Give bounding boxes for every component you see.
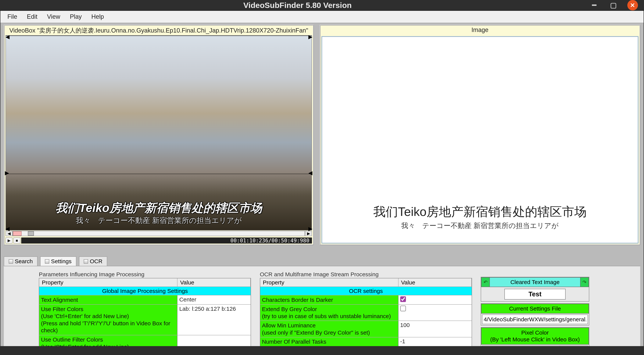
videobox-header: VideoBox "卖房子的女人的逆袭.Ieuru.Onna.no.Gyakus… bbox=[4, 25, 313, 35]
next-image-button[interactable]: ↷ bbox=[580, 277, 589, 287]
menu-edit[interactable]: Edit bbox=[22, 11, 42, 22]
tab-search-label: Search bbox=[15, 258, 33, 265]
seek-bar[interactable]: 00:01:10:236/00:50:49:980 bbox=[21, 238, 312, 244]
image-area[interactable]: 我们Teiko房地产新宿销售处的辖区市场 我々 テーコー不動産 新宿営業所の担当… bbox=[322, 36, 638, 244]
value-cell[interactable] bbox=[178, 335, 250, 346]
guide-mid[interactable] bbox=[6, 174, 312, 174]
table-row: Allow Min Luminance (used only if "Exten… bbox=[260, 321, 472, 337]
menu-help[interactable]: Help bbox=[87, 11, 108, 22]
pixel-color-label: Pixel Color (By 'Left Mouse Click' in Vi… bbox=[481, 328, 589, 345]
left-grid: Property Value Global Image Processing S… bbox=[39, 278, 251, 346]
property-cell: Use Outline Filter Colors (Use 'Ctrl+Ent… bbox=[39, 335, 178, 346]
pixel-color-line2: (By 'Left Mouse Click' in Video Box) bbox=[490, 336, 580, 343]
pixel-color-line1: Pixel Color bbox=[521, 330, 549, 336]
close-button[interactable]: ✕ bbox=[627, 0, 638, 10]
current-settings-label: Current Settings File bbox=[481, 304, 589, 314]
table-row: Use Outline Filter Colors (Use 'Ctrl+Ent… bbox=[39, 335, 250, 346]
menu-file[interactable]: File bbox=[3, 11, 22, 22]
tab-icon bbox=[9, 259, 13, 264]
tab-ocr[interactable]: OCR bbox=[79, 256, 107, 266]
tab-icon bbox=[45, 259, 49, 264]
slider-left-button[interactable]: ◀ bbox=[6, 231, 12, 236]
image-text-main: 我们Teiko房地产新宿销售处的辖区市场 bbox=[322, 204, 638, 220]
slider-right-button[interactable]: ▶ bbox=[305, 231, 312, 236]
subtitle-secondary: 我々 テーコー不動産 新宿営業所の担当エリアが bbox=[6, 215, 312, 226]
right-panel-title: OCR and Multiframe Image Stream Processi… bbox=[260, 271, 472, 278]
lab-swatch bbox=[560, 346, 588, 346]
image-panel-header: Image bbox=[320, 25, 639, 35]
slider-thumb[interactable] bbox=[28, 231, 34, 236]
pixel-color-block: Pixel Color (By 'Left Mouse Click' in Vi… bbox=[481, 327, 589, 346]
menu-view[interactable]: View bbox=[42, 11, 64, 22]
property-cell: Number Of Parallel Tasks (For Create Cle… bbox=[260, 338, 398, 346]
lab-value: Lab: l:250 a:127 b:126 bbox=[482, 346, 560, 346]
cleared-text-label: Cleared Text Image bbox=[490, 277, 580, 287]
right-param-column: OCR and Multiframe Image Stream Processi… bbox=[260, 271, 472, 346]
tab-ocr-label: OCR bbox=[90, 258, 102, 265]
maximize-button[interactable]: ▢ bbox=[608, 0, 618, 10]
video-panel: VideoBox "卖房子的女人的逆袭.Ieuru.Onna.no.Gyakus… bbox=[4, 25, 314, 245]
position-slider-row: ◀ ▶ bbox=[4, 231, 313, 237]
table-row: Extend By Grey Color (try to use in case… bbox=[260, 305, 472, 321]
property-cell: Allow Min Luminance (used only if "Exten… bbox=[260, 321, 398, 337]
settings-pane: Parameters Influencing Image Processing … bbox=[4, 266, 640, 346]
property-cell: Characters Border Is Darker bbox=[260, 295, 398, 304]
settings-file-block: Current Settings File bbox=[481, 303, 589, 326]
guide-marker-tl[interactable]: ◀ bbox=[6, 35, 10, 38]
playbar: ▶ ■ 00:01:10:236/00:50:49:980 bbox=[4, 237, 313, 245]
left-panel-title: Parameters Influencing Image Processing bbox=[39, 271, 251, 278]
guide-marker-br[interactable]: ▶ bbox=[308, 227, 312, 230]
image-text-secondary: 我々 テーコー不動産 新宿営業所の担当エリアが bbox=[322, 221, 638, 231]
guide-marker-mr[interactable]: ◀ bbox=[308, 172, 312, 174]
settings-path-input[interactable] bbox=[482, 315, 588, 324]
tab-search[interactable]: Search bbox=[4, 256, 38, 266]
left-param-column: Parameters Influencing Image Processing … bbox=[39, 271, 251, 346]
right-col-prop: Property bbox=[260, 278, 398, 287]
minimize-button[interactable]: ━ bbox=[589, 0, 599, 10]
subtitle-main: 我们Teiko房地产新宿销售处的辖区市场 bbox=[6, 200, 312, 216]
stop-button[interactable]: ■ bbox=[14, 238, 20, 244]
guide-marker-ml[interactable]: ▶ bbox=[5, 172, 9, 174]
value-cell[interactable]: Lab: l:250 a:127 b:126 bbox=[178, 305, 250, 335]
value-cell[interactable]: 100 bbox=[398, 321, 472, 337]
value-cell[interactable] bbox=[398, 295, 472, 304]
window-title: VideoSubFinder 5.80 Version bbox=[6, 1, 589, 10]
left-section: Global Image Processing Settings bbox=[39, 287, 250, 295]
value-cell[interactable]: -1 bbox=[398, 338, 472, 346]
guide-marker-tr[interactable]: ▶ bbox=[308, 35, 312, 38]
right-grid: Property Value OCR settings Characters B… bbox=[260, 278, 472, 346]
video-area[interactable]: ◀ ▶ ▶ ◀ ◀ ▶ 我们Teiko房地产新宿销售处的辖区市场 我々 テーコー… bbox=[6, 35, 312, 230]
slider-range-mark[interactable] bbox=[13, 231, 22, 236]
tab-settings-label: Settings bbox=[51, 258, 72, 265]
table-row: Characters Border Is Darker bbox=[260, 295, 472, 305]
test-button[interactable]: Test bbox=[504, 289, 566, 300]
property-cell: Use Filter Colors (Use 'Ctrl+Enter' for … bbox=[39, 305, 178, 335]
checkbox[interactable] bbox=[400, 296, 406, 302]
tab-icon bbox=[84, 259, 88, 264]
menubar: File Edit View Play Help bbox=[0, 11, 644, 23]
left-col-prop: Property bbox=[39, 278, 178, 287]
image-panel: Image 我们Teiko房地产新宿销售处的辖区市场 我々 テーコー不動産 新宿… bbox=[320, 25, 640, 245]
play-button[interactable]: ▶ bbox=[6, 238, 12, 244]
left-col-val: Value bbox=[178, 278, 250, 287]
tabs-row: Search Settings OCR bbox=[0, 256, 644, 266]
table-row: Use Filter Colors (Use 'Ctrl+Enter' for … bbox=[39, 305, 250, 335]
table-row: Number Of Parallel Tasks (For Create Cle… bbox=[260, 338, 472, 346]
right-section: OCR settings bbox=[260, 287, 472, 295]
value-cell[interactable]: Center bbox=[178, 295, 250, 304]
guide-top[interactable] bbox=[6, 35, 312, 36]
side-column: ↶ Cleared Text Image ↷ Test Current Sett… bbox=[481, 271, 589, 346]
position-slider[interactable] bbox=[12, 231, 305, 236]
tab-settings[interactable]: Settings bbox=[40, 256, 76, 266]
prev-image-button[interactable]: ↶ bbox=[481, 277, 490, 287]
lab-readout: Lab: l:250 a:127 b:126 bbox=[482, 346, 588, 346]
value-cell[interactable] bbox=[398, 305, 472, 321]
menu-play[interactable]: Play bbox=[66, 11, 86, 22]
timecode: 00:01:10:236/00:50:49:980 bbox=[230, 238, 309, 244]
checkbox[interactable] bbox=[400, 306, 406, 312]
guide-marker-bl[interactable]: ◀ bbox=[6, 227, 10, 230]
right-col-val: Value bbox=[398, 278, 472, 287]
window-titlebar: VideoSubFinder 5.80 Version ━ ▢ ✕ bbox=[0, 0, 644, 10]
property-cell: Extend By Grey Color (try to use in case… bbox=[260, 305, 398, 321]
table-row: Text AlignmentCenter bbox=[39, 295, 250, 305]
